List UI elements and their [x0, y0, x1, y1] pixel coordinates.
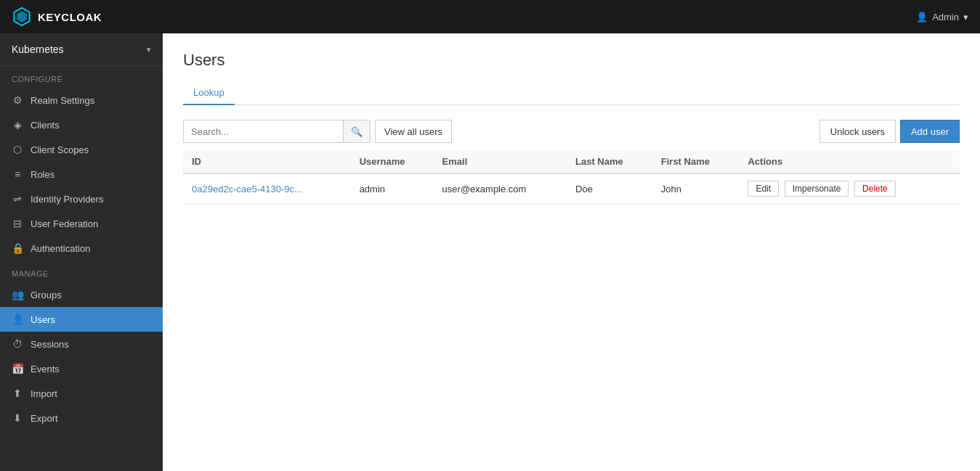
sidebar-item-label: User Federation [31, 218, 98, 229]
col-last-name: Last Name [567, 150, 652, 173]
delete-button[interactable]: Delete [854, 181, 896, 197]
realm-selector[interactable]: Kubernetes ▾ [0, 33, 163, 66]
client-scopes-icon: ⬡ [12, 144, 23, 155]
cell-id: 0a29ed2c-cae5-4130-9c... [183, 173, 351, 204]
impersonate-button[interactable]: Impersonate [785, 181, 849, 197]
sidebar-item-label: Import [31, 388, 57, 399]
search-icon: 🔍 [351, 126, 363, 137]
users-icon: 👤 [12, 314, 23, 325]
page-title: Users [183, 51, 960, 70]
content-area: Users Lookup 🔍 View all users Unlock use… [163, 33, 980, 471]
view-all-users-button[interactable]: View all users [375, 120, 452, 143]
users-toolbar: 🔍 View all users Unlock users Add user [183, 120, 960, 143]
admin-menu[interactable]: 👤 Admin ▾ [916, 12, 968, 22]
sidebar-item-user-federation[interactable]: ⊟ User Federation [0, 211, 163, 236]
sidebar-item-label: Client Scopes [31, 144, 89, 155]
table-row: 0a29ed2c-cae5-4130-9c... admin user@exam… [183, 173, 960, 204]
manage-section-label: Manage [0, 261, 163, 282]
sidebar-item-client-scopes[interactable]: ⬡ Client Scopes [0, 137, 163, 162]
cell-last-name: Doe [567, 173, 652, 204]
dropdown-icon: ▾ [963, 12, 968, 22]
sidebar-item-label: Roles [31, 169, 54, 180]
sidebar-item-authentication[interactable]: 🔒 Authentication [0, 236, 163, 261]
col-username: Username [351, 150, 434, 173]
navbar: KEYCLOAK 👤 Admin ▾ [0, 0, 980, 33]
tabs: Lookup [183, 81, 960, 105]
cell-first-name: John [652, 173, 740, 204]
sidebar-item-sessions[interactable]: ⏱ Sessions [0, 332, 163, 356]
user-id-link[interactable]: 0a29ed2c-cae5-4130-9c... [192, 184, 302, 194]
sidebar-item-label: Realm Settings [31, 95, 94, 106]
sessions-icon: ⏱ [12, 338, 23, 350]
sidebar-item-label: Identity Providers [31, 194, 103, 205]
users-table: ID Username Email Last Name First Name A… [183, 150, 960, 204]
sidebar-item-realm-settings[interactable]: ⚙ Realm Settings [0, 88, 163, 112]
col-id: ID [183, 150, 351, 173]
col-actions: Actions [739, 150, 960, 173]
sidebar-item-label: Events [31, 364, 60, 374]
add-user-button[interactable]: Add user [900, 120, 960, 143]
sidebar-item-label: Sessions [31, 339, 69, 350]
roles-icon: ≡ [12, 168, 23, 180]
admin-label: Admin [932, 12, 959, 22]
main-layout: Kubernetes ▾ Configure ⚙ Realm Settings … [0, 33, 980, 471]
sidebar-item-roles[interactable]: ≡ Roles [0, 162, 163, 187]
search-input[interactable] [183, 120, 343, 143]
realm-name: Kubernetes [12, 44, 64, 55]
export-icon: ⬇ [12, 412, 23, 424]
cell-username: admin [351, 173, 434, 204]
brand-name: KEYCLOAK [38, 11, 102, 23]
realm-chevron-icon: ▾ [147, 45, 151, 54]
unlock-users-button[interactable]: Unlock users [819, 120, 896, 143]
keycloak-logo-icon [12, 7, 32, 27]
cell-email: user@example.com [434, 173, 567, 204]
authentication-icon: 🔒 [12, 242, 23, 254]
sidebar-item-groups[interactable]: 👥 Groups [0, 282, 163, 307]
import-icon: ⬆ [12, 388, 23, 399]
clients-icon: ◈ [12, 119, 23, 131]
events-icon: 📅 [12, 363, 23, 374]
sidebar-item-clients[interactable]: ◈ Clients [0, 112, 163, 137]
sidebar-item-label: Clients [31, 120, 60, 131]
sidebar-item-label: Groups [31, 290, 62, 300]
configure-section-label: Configure [0, 66, 163, 88]
sidebar-item-identity-providers[interactable]: ⇌ Identity Providers [0, 187, 163, 211]
sidebar-item-events[interactable]: 📅 Events [0, 356, 163, 381]
tab-lookup[interactable]: Lookup [183, 81, 235, 105]
sidebar-item-label: Users [31, 314, 55, 325]
sidebar-item-export[interactable]: ⬇ Export [0, 406, 163, 430]
cell-actions: Edit Impersonate Delete [739, 173, 960, 204]
col-email: Email [434, 150, 567, 173]
col-first-name: First Name [652, 150, 740, 173]
user-icon: 👤 [916, 12, 928, 22]
sidebar-item-import[interactable]: ⬆ Import [0, 381, 163, 406]
search-area: 🔍 View all users [183, 120, 452, 143]
edit-button[interactable]: Edit [748, 181, 779, 197]
groups-icon: 👥 [12, 289, 23, 300]
search-button[interactable]: 🔍 [343, 120, 370, 143]
table-body: 0a29ed2c-cae5-4130-9c... admin user@exam… [183, 173, 960, 204]
table-header: ID Username Email Last Name First Name A… [183, 150, 960, 173]
sidebar: Kubernetes ▾ Configure ⚙ Realm Settings … [0, 33, 163, 471]
identity-providers-icon: ⇌ [12, 193, 23, 205]
realm-settings-icon: ⚙ [12, 94, 23, 106]
sidebar-item-label: Authentication [31, 243, 90, 254]
brand: KEYCLOAK [12, 7, 102, 27]
sidebar-item-users[interactable]: 👤 Users [0, 307, 163, 332]
user-federation-icon: ⊟ [12, 218, 23, 229]
sidebar-item-label: Export [31, 413, 58, 424]
right-actions: Unlock users Add user [819, 120, 960, 143]
